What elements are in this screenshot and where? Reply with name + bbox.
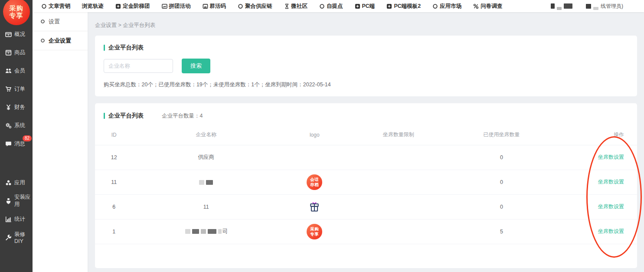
sidebar-item[interactable]: 应用 (0, 174, 33, 192)
topnav-item[interactable]: 应用市场 (432, 3, 461, 10)
sidebar-item[interactable]: 系统 (0, 116, 33, 134)
column-header: 操作 (556, 125, 637, 145)
column-header: logo (279, 125, 350, 145)
column-header: 已使用坐席数量 (448, 125, 556, 145)
sidebar-item-label: 安装应用 (14, 193, 33, 208)
sidebar-item[interactable]: 财务 (0, 98, 33, 116)
topnav-item[interactable]: 文章营销 (41, 3, 70, 10)
sidebar-item-label: 装修DIY (14, 231, 33, 244)
cell-company-name: 司 (133, 219, 280, 244)
search-panel-title: 企业平台列表 (108, 44, 144, 52)
seat-settings-link[interactable]: 坐席数设置 (598, 228, 624, 234)
members-icon (5, 68, 12, 74)
cell-seat-limit (350, 170, 448, 194)
install-icon (5, 198, 12, 204)
overview-icon (5, 31, 12, 38)
seat-settings-link[interactable]: 坐席数设置 (598, 154, 624, 160)
sidebar-item[interactable]: 装修DIY (0, 228, 33, 246)
sidebar-item-label: 应用 (14, 179, 25, 187)
platform-search-panel: 企业平台列表 搜索 购买坐席总数：20个；已使用坐席数：19个；未使用坐席数：1… (95, 36, 637, 96)
sidebar-item-label: 统计 (14, 216, 25, 223)
brand-logo[interactable]: 采购 专享 (3, 0, 30, 25)
sidebar-item-label: 订单 (14, 85, 25, 93)
brand-line1: 采购 (10, 4, 23, 12)
user-role-text: 线管理员) (601, 3, 623, 10)
app-window: 采购 专享 概况商品会员订单财务系统消息82应用安装应用统计装修DIY 文章营销… (0, 0, 644, 272)
search-button[interactable]: 搜索 (182, 59, 210, 73)
sidebar-item-label: 概况 (14, 31, 25, 38)
company-logo-badge: 会话存档 (307, 174, 322, 190)
topnav-item[interactable]: 浏览轨迹 (82, 3, 104, 10)
stats-icon (5, 216, 12, 223)
sidebar-item-label: 会员 (14, 67, 25, 75)
topnav-item-label: 问卷调查 (481, 3, 502, 10)
topnav-item-label: 群活码 (210, 3, 226, 10)
message-icon (5, 141, 12, 147)
cell-id: 6 (95, 194, 133, 219)
cell-action: 坐席数设置 (556, 194, 637, 219)
main-sidebar: 采购 专享 概况商品会员订单财务系统消息82应用安装应用统计装修DIY (0, 0, 33, 272)
cell-logo (279, 145, 350, 170)
topnav-item[interactable]: 自提点 (319, 3, 343, 10)
settings-sidebar-item-label: 设置 (49, 18, 60, 26)
apps-icon (5, 180, 12, 186)
sidebar-item[interactable]: 统计 (0, 210, 33, 228)
sidebar-item[interactable]: 订单 (0, 80, 33, 98)
system-icon (5, 122, 12, 129)
topnav-item[interactable]: 微社区 (284, 3, 308, 10)
cell-seats-used: 5 (448, 219, 556, 244)
sidebar-item[interactable]: 安装应用 (0, 192, 33, 210)
topnav-item[interactable]: 问卷调查 (473, 3, 502, 10)
platform-count: 企业平台数量：4 (162, 112, 203, 120)
seat-stats: 购买坐席总数：20个；已使用坐席数：19个；未使用坐席数：1个；坐席到期时间：2… (104, 81, 628, 88)
frame-icon (203, 3, 208, 9)
cell-company-name (133, 170, 280, 194)
company-name-suffix: 司 (222, 228, 228, 234)
settings-sidebar-item[interactable]: 设置 (33, 12, 88, 31)
cell-action: 坐席数设置 (556, 219, 637, 244)
table-row: 11会话存档0坐席数设置 (95, 170, 637, 194)
sidebar-gap (0, 153, 33, 174)
sidebar-item-label: 财务 (14, 104, 25, 111)
topnav-item[interactable]: 定金阶梯团 (115, 3, 150, 10)
topnav-item[interactable]: PC端 (355, 3, 375, 10)
cell-seat-limit (350, 194, 448, 219)
diy-icon (5, 234, 12, 241)
seat-settings-link[interactable]: 坐席数设置 (598, 203, 624, 210)
finance-icon (5, 104, 12, 111)
topnav-item-label: 文章营销 (49, 3, 70, 10)
unread-badge: 82 (23, 135, 32, 141)
company-name: 供应商 (198, 154, 215, 160)
topnav-item-label: 自提点 (327, 3, 343, 10)
topnav-item[interactable]: PC端模板2 (386, 3, 421, 10)
company-name-input[interactable] (104, 59, 173, 73)
cell-logo (279, 194, 350, 219)
redacted-text (218, 229, 222, 234)
sidebar-nav: 概况商品会员订单财务系统消息82应用安装应用统计装修DIY (0, 25, 33, 246)
topnav-item-label: 应用市场 (440, 3, 461, 10)
redacted-text (208, 229, 216, 234)
circle-icon (238, 3, 243, 9)
cell-action: 坐席数设置 (556, 145, 637, 170)
topnav: 文章营销浏览轨迹定金阶梯团拼团活动群活码聚合供应链微社区自提点PC端PC端模板2… (41, 3, 502, 10)
seat-settings-link[interactable]: 坐席数设置 (598, 179, 624, 185)
cell-seats-used: 0 (448, 145, 556, 170)
topnav-item[interactable]: 拼团活动 (162, 3, 191, 10)
table-body: 12供应商0坐席数设置11会话存档0坐席数设置6110坐席数设置1司采购专享5坐… (95, 145, 637, 244)
user-info[interactable]: 线管理员) (551, 3, 623, 10)
topnav-item[interactable]: 群活码 (203, 3, 226, 10)
cell-company-name: 供应商 (133, 145, 280, 170)
company-logo-badge: 采购专享 (307, 224, 322, 239)
topnav-item[interactable]: 聚合供应链 (238, 3, 272, 10)
cell-id: 12 (95, 145, 133, 170)
sidebar-item[interactable]: 会员 (0, 62, 33, 80)
column-header: ID (95, 125, 133, 145)
sidebar-item[interactable]: 商品 (0, 43, 33, 62)
link-icon (473, 3, 479, 9)
ring-icon (40, 38, 45, 43)
topnav-item-label: 浏览轨迹 (82, 3, 104, 10)
sidebar-item[interactable]: 概况 (0, 25, 33, 43)
sidebar-item[interactable]: 消息82 (0, 134, 33, 153)
sidebar-item-label: 系统 (14, 122, 25, 129)
settings-sidebar-item[interactable]: 企业设置 (33, 31, 88, 50)
